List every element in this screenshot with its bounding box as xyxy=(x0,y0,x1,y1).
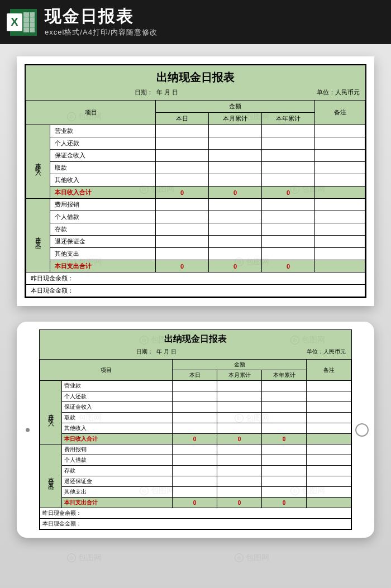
today-balance: 本日现金金额： xyxy=(26,285,365,297)
date-row: 日期： 年 月 日 单位：人民币元 xyxy=(26,87,365,100)
row-label: 取款 xyxy=(62,413,173,423)
date-value: 年 月 日 xyxy=(156,348,177,355)
yesterday-balance: 昨日现金余额： xyxy=(40,508,351,519)
row-label: 费用报销 xyxy=(50,199,156,211)
watermark: ib包图网 xyxy=(235,553,269,563)
sheet-title: 出纳现金日报表 xyxy=(26,65,365,87)
sum-val: 0 xyxy=(217,498,262,508)
th-amount: 金额 xyxy=(173,360,307,370)
sheet-title: 出纳现金日报表 xyxy=(40,330,351,347)
th-month: 本月累计 xyxy=(217,370,262,381)
sum-val: 0 xyxy=(262,498,307,508)
page-subtitle: excel格式/A4打印/内容随意修改 xyxy=(45,27,381,37)
excel-icon xyxy=(10,9,37,36)
th-amount: 金额 xyxy=(156,101,315,113)
income-section-label: 本日收入 xyxy=(40,381,62,444)
row-label: 个人还款 xyxy=(62,391,173,402)
date-value: 年 月 日 xyxy=(156,89,178,95)
th-remark: 备注 xyxy=(307,360,351,381)
row-label: 其他支出 xyxy=(50,248,156,260)
sum-val: 0 xyxy=(209,187,262,199)
th-remark: 备注 xyxy=(315,101,365,125)
sum-val: 0 xyxy=(262,434,307,444)
unit-label: 单位：人民币元 xyxy=(268,348,346,356)
unit-label: 单位：人民币元 xyxy=(282,88,360,97)
expense-section-label: 本日支出 xyxy=(40,444,62,508)
row-label: 个人还款 xyxy=(50,137,156,150)
row-label: 退还保证金 xyxy=(50,236,156,248)
th-year: 本年累计 xyxy=(262,370,307,381)
report-table: 项目 金额 备注 本日 本月累计 本年累计 本日收入 营业款 个人还款 保证金收… xyxy=(40,359,351,529)
watermark: ib包图网 xyxy=(67,553,102,563)
today-balance: 本日现金金额： xyxy=(40,519,351,529)
income-sum-label: 本日收入合计 xyxy=(62,434,173,444)
date-row: 日期： 年 月 日 单位：人民币元 xyxy=(40,347,351,359)
row-label: 个人借款 xyxy=(50,211,156,223)
income-sum-label: 本日收入合计 xyxy=(50,187,156,199)
sum-val: 0 xyxy=(262,260,315,273)
th-year: 本年累计 xyxy=(262,113,315,125)
report-table: 项目 金额 备注 本日 本月累计 本年累计 本日收入 营业款 个人还款 保证金收… xyxy=(26,100,365,297)
expense-section-label: 本日支出 xyxy=(26,199,50,273)
row-label: 保证金收入 xyxy=(62,402,173,413)
header-text: 现金日报表 excel格式/A4打印/内容随意修改 xyxy=(45,7,381,37)
sum-val: 0 xyxy=(217,434,262,444)
row-label: 取款 xyxy=(50,162,156,174)
row-label: 费用报销 xyxy=(62,444,173,455)
row-label: 其他收入 xyxy=(50,174,156,187)
tablet-preview: 出纳现金日报表 日期： 年 月 日 单位：人民币元 项目 金额 备注 本日 本月… xyxy=(17,322,374,538)
th-project: 项目 xyxy=(26,101,156,125)
sum-val: 0 xyxy=(173,434,217,444)
header-banner: 现金日报表 excel格式/A4打印/内容随意修改 xyxy=(0,0,391,44)
spreadsheet-preview: 出纳现金日报表 日期： 年 月 日 单位：人民币元 项目 金额 备注 本日 本月… xyxy=(17,56,374,306)
row-label: 个人借款 xyxy=(62,455,173,466)
sum-val: 0 xyxy=(156,260,209,273)
row-label: 营业款 xyxy=(62,381,173,391)
expense-sum-label: 本日支出合计 xyxy=(62,498,173,508)
date-label: 日期： xyxy=(135,89,153,95)
th-today: 本日 xyxy=(156,113,209,125)
th-project: 项目 xyxy=(40,360,173,381)
expense-sum-label: 本日支出合计 xyxy=(50,260,156,273)
th-month: 本月累计 xyxy=(209,113,262,125)
page-title: 现金日报表 xyxy=(45,7,381,25)
row-label: 存款 xyxy=(50,223,156,236)
row-label: 存款 xyxy=(62,466,173,476)
row-label: 保证金收入 xyxy=(50,150,156,162)
sum-val: 0 xyxy=(173,498,217,508)
th-today: 本日 xyxy=(173,370,217,381)
date-label: 日期： xyxy=(136,348,153,355)
row-label: 退还保证金 xyxy=(62,476,173,487)
row-label: 其他支出 xyxy=(62,487,173,498)
income-section-label: 本日收入 xyxy=(26,125,50,199)
sum-val: 0 xyxy=(209,260,262,273)
row-label: 营业款 xyxy=(50,125,156,137)
yesterday-balance: 昨日现金余额： xyxy=(26,273,365,285)
sum-val: 0 xyxy=(156,187,209,199)
sum-val: 0 xyxy=(262,187,315,199)
row-label: 其他收入 xyxy=(62,423,173,434)
